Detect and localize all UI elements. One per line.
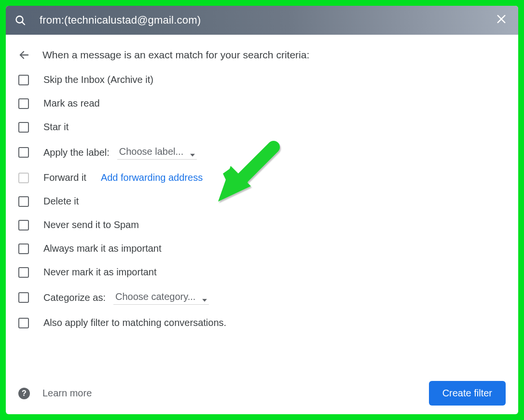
option-never-spam: Never send it to Spam [18, 219, 506, 230]
caret-down-icon [190, 148, 195, 159]
checkbox-apply-matching[interactable] [18, 318, 29, 328]
checkbox-never-spam[interactable] [18, 220, 29, 230]
dropdown-choose-label-text: Choose label... [119, 146, 183, 157]
label-apply-label: Apply the label: Choose label... [43, 145, 197, 160]
option-always-important: Always mark it as important [18, 243, 506, 254]
label-mark-read: Mark as read [43, 98, 100, 109]
text-categorize: Categorize as: [43, 292, 106, 303]
checkbox-forward-it[interactable] [18, 173, 29, 183]
option-categorize: Categorize as: Choose category... [18, 290, 506, 305]
header-title: When a message is an exact match for you… [42, 49, 309, 61]
checkbox-star-it[interactable] [18, 122, 29, 133]
learn-more-text: Learn more [42, 388, 92, 399]
help-icon: ? [18, 388, 30, 399]
learn-more-link[interactable]: ? Learn more [18, 388, 92, 399]
dialog-body: When a message is an exact match for you… [6, 35, 518, 341]
label-forward-it: Forward it Add forwarding address [43, 172, 203, 183]
text-apply-label: Apply the label: [43, 147, 110, 158]
label-categorize: Categorize as: Choose category... [43, 290, 209, 305]
label-never-spam: Never send it to Spam [43, 219, 139, 230]
dropdown-choose-category-text: Choose category... [115, 291, 195, 302]
dropdown-choose-category[interactable]: Choose category... [113, 290, 209, 305]
checkbox-categorize[interactable] [18, 292, 29, 303]
label-star-it: Star it [43, 122, 69, 133]
option-mark-read: Mark as read [18, 98, 506, 109]
dropdown-choose-label[interactable]: Choose label... [117, 145, 197, 160]
close-icon[interactable] [496, 13, 507, 28]
search-bar: from:(technicalustad@gmail.com) [6, 6, 518, 35]
text-forward-it: Forward it [43, 172, 86, 183]
link-add-forwarding-address[interactable]: Add forwarding address [101, 172, 203, 183]
checkbox-mark-read[interactable] [18, 98, 29, 109]
checkbox-delete-it[interactable] [18, 196, 29, 207]
option-delete-it: Delete it [18, 196, 506, 207]
filter-dialog: from:(technicalustad@gmail.com) When a m… [6, 6, 518, 414]
label-never-important: Never mark it as important [43, 267, 157, 278]
options-list: Skip the Inbox (Archive it) Mark as read… [18, 74, 506, 328]
option-star-it: Star it [18, 122, 506, 133]
create-filter-button[interactable]: Create filter [429, 381, 506, 406]
checkbox-always-important[interactable] [18, 244, 29, 254]
option-skip-inbox: Skip the Inbox (Archive it) [18, 74, 506, 85]
search-query[interactable]: from:(technicalustad@gmail.com) [40, 14, 201, 27]
svg-line-1 [22, 22, 25, 25]
option-forward-it: Forward it Add forwarding address [18, 172, 506, 183]
header-row: When a message is an exact match for you… [18, 49, 506, 61]
label-always-important: Always mark it as important [43, 243, 162, 254]
footer: ? Learn more Create filter [18, 381, 506, 406]
label-delete-it: Delete it [43, 196, 79, 207]
checkbox-apply-label[interactable] [18, 147, 29, 158]
checkbox-skip-inbox[interactable] [18, 75, 29, 85]
option-apply-label: Apply the label: Choose label... [18, 145, 506, 160]
label-skip-inbox: Skip the Inbox (Archive it) [43, 74, 153, 85]
option-apply-matching: Also apply filter to matching conversati… [18, 317, 506, 328]
back-arrow-icon[interactable] [18, 49, 30, 61]
label-apply-matching: Also apply filter to matching conversati… [43, 317, 226, 328]
caret-down-icon [202, 293, 207, 304]
option-never-important: Never mark it as important [18, 267, 506, 278]
checkbox-never-important[interactable] [18, 267, 29, 278]
search-icon[interactable] [14, 14, 26, 26]
